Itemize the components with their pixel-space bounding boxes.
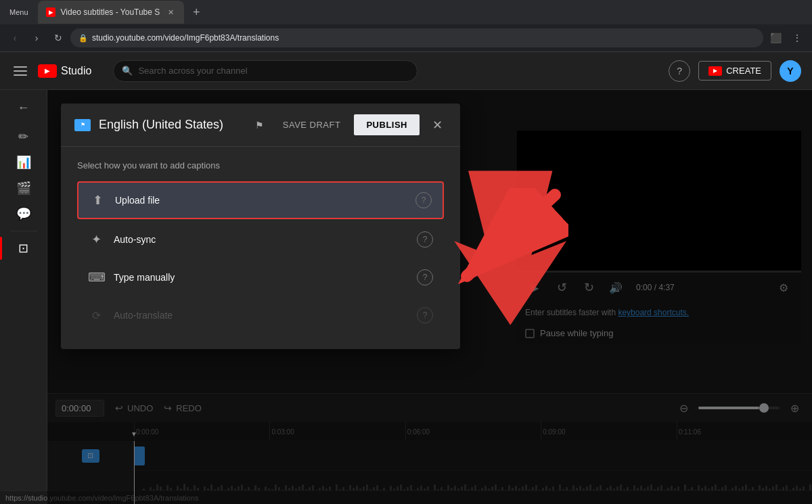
tab-favicon: ▶: [46, 7, 55, 17]
studio-label: Studio: [61, 65, 91, 77]
youtube-logo: [38, 64, 57, 78]
nav-forward-button[interactable]: ›: [27, 28, 46, 47]
help-button[interactable]: ?: [669, 60, 690, 82]
logo-area: Studio: [38, 64, 91, 78]
caption-option-translate[interactable]: ⟳ Auto-translate ?: [77, 298, 444, 333]
app-topbar: Studio 🔍 Search across your channel ? ▶ …: [0, 52, 812, 90]
help-icon: ?: [677, 66, 682, 76]
active-tab[interactable]: ▶ Video subtitles - YouTube S ✕: [38, 1, 185, 24]
dialog-title: English (United States): [99, 118, 223, 132]
save-draft-button[interactable]: SAVE DRAFT: [277, 117, 346, 133]
feedback-button[interactable]: ⚑: [250, 116, 269, 135]
app-container: ← ✏ 📊 🎬 💬 ⊡ ⚙ ←: [0, 90, 812, 504]
translate-icon: ⟳: [88, 309, 104, 322]
edit-icon: ✏: [18, 129, 28, 144]
lock-icon: 🔒: [78, 34, 88, 43]
dialog-close-button[interactable]: ✕: [428, 116, 447, 135]
translate-label: Auto-translate: [114, 310, 173, 321]
create-button[interactable]: ▶ CREATE: [698, 61, 771, 81]
tab-close-button[interactable]: ✕: [165, 7, 176, 18]
dialog-header-right: ⚑ SAVE DRAFT PUBLISH ✕: [250, 114, 447, 135]
upload-help-button[interactable]: ?: [415, 192, 432, 208]
browser-nav: ‹ › ↻ 🔒 studio.youtube.com/video/ImgF6pb…: [0, 24, 812, 51]
main-content: ← 🖼 V Lang... Engl... ▶ ↺: [47, 90, 812, 504]
sidebar-item-comments[interactable]: 💬: [3, 202, 44, 225]
browser-chrome: Menu ▶ Video subtitles - YouTube S ✕ + ‹…: [0, 0, 812, 52]
caption-option-autosync[interactable]: ✦ Auto-sync ?: [77, 222, 444, 257]
search-icon: 🔍: [122, 66, 133, 76]
sidebar-divider: [10, 231, 37, 231]
publish-button[interactable]: PUBLISH: [354, 114, 420, 135]
caption-option-type[interactable]: ⌨ Type manually ?: [77, 260, 444, 295]
caption-dialog: ⚑ English (United States) ⚑ SAVE DRAFT P…: [61, 104, 460, 349]
sidebar-subtitles-wrapper: ⊡: [0, 237, 47, 260]
camera-icon: ▶: [708, 66, 722, 76]
address-bar[interactable]: 🔒 studio.youtube.com/video/ImgF6pbt83A/t…: [70, 28, 763, 47]
search-placeholder: Search across your channel: [138, 66, 247, 76]
dialog-body: Select how you want to add captions ⬆ Up…: [61, 147, 460, 349]
caption-option-upload[interactable]: ⬆ Upload file ?: [77, 181, 444, 219]
type-icon: ⌨: [88, 270, 104, 285]
menu-button[interactable]: Menu: [5, 7, 32, 18]
window-controls: Menu: [5, 7, 32, 18]
subtitles-icon: ⊡: [18, 241, 28, 256]
url-text: studio.youtube.com/video/ImgF6pbt83A/tra…: [92, 33, 279, 43]
upload-label: Upload file: [115, 195, 160, 206]
sidebar-back-button[interactable]: ←: [3, 95, 44, 120]
nav-right-controls: ⬛ ⋮: [766, 28, 807, 47]
nav-refresh-button[interactable]: ↻: [49, 28, 68, 47]
sidebar-item-analytics[interactable]: 📊: [3, 151, 44, 174]
dialog-flag-icon: ⚑: [74, 119, 91, 131]
comments-icon: 💬: [16, 206, 31, 221]
create-label: CREATE: [726, 66, 761, 76]
sidebar-item-content[interactable]: 🎬: [3, 177, 44, 200]
dialog-backdrop: ⚑ English (United States) ⚑ SAVE DRAFT P…: [47, 90, 812, 504]
browser-menu-button[interactable]: ⋮: [788, 28, 807, 47]
analytics-icon: 📊: [16, 155, 31, 170]
autosync-icon: ✦: [88, 232, 104, 247]
type-help-button[interactable]: ?: [417, 269, 433, 285]
dialog-subtitle: Select how you want to add captions: [77, 160, 444, 170]
sidebar-item-subtitles[interactable]: ⊡: [3, 237, 44, 260]
browser-titlebar: Menu ▶ Video subtitles - YouTube S ✕ +: [0, 0, 812, 24]
tab-title: Video subtitles - YouTube S: [61, 7, 160, 17]
upload-icon: ⬆: [89, 193, 106, 208]
sidebar-item-edit[interactable]: ✏: [3, 125, 44, 148]
new-tab-button[interactable]: +: [187, 3, 206, 22]
hamburger-button[interactable]: [11, 62, 30, 81]
sidebar: ← ✏ 📊 🎬 💬 ⊡ ⚙: [0, 90, 47, 504]
search-bar[interactable]: 🔍 Search across your channel: [113, 60, 418, 82]
extensions-button[interactable]: ⬛: [766, 28, 785, 47]
dialog-header: ⚑ English (United States) ⚑ SAVE DRAFT P…: [61, 104, 460, 147]
nav-back-button[interactable]: ‹: [5, 28, 24, 47]
topbar-right: ? ▶ CREATE Y: [669, 60, 801, 82]
translate-help-button[interactable]: ?: [417, 307, 433, 323]
content-icon: 🎬: [16, 181, 31, 196]
avatar-button[interactable]: Y: [780, 60, 801, 82]
autosync-help-button[interactable]: ?: [417, 231, 433, 248]
tab-bar: ▶ Video subtitles - YouTube S ✕ +: [38, 0, 206, 24]
type-label: Type manually: [114, 272, 175, 283]
autosync-label: Auto-sync: [114, 234, 156, 245]
